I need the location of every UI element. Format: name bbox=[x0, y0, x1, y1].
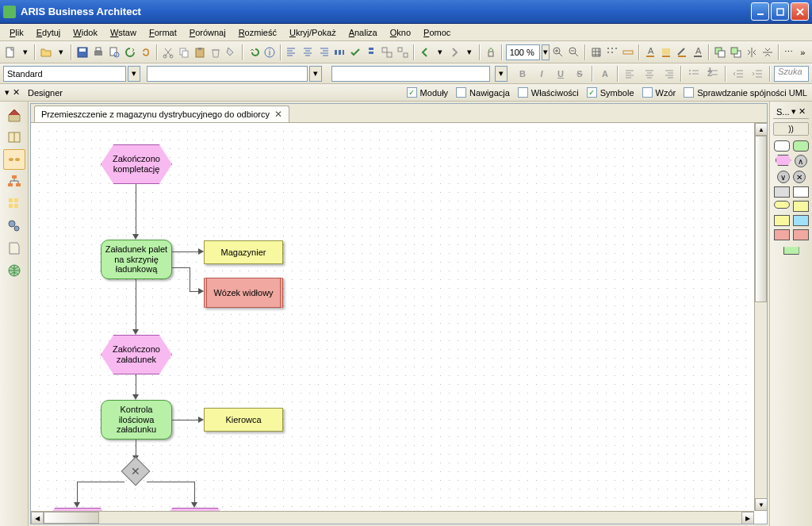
forward-icon[interactable] bbox=[447, 44, 462, 61]
panel-collapse-button[interactable]: )) bbox=[773, 122, 809, 136]
expand-icon[interactable]: » bbox=[797, 44, 809, 61]
flip-h-icon[interactable] bbox=[745, 44, 759, 61]
tree-tool-icon[interactable] bbox=[3, 171, 25, 192]
modules-checkbox[interactable]: ✓Moduły bbox=[407, 87, 448, 98]
font-button[interactable]: A bbox=[596, 65, 614, 83]
refresh-icon[interactable] bbox=[123, 44, 137, 61]
navigation-checkbox[interactable]: Nawigacja bbox=[456, 87, 510, 98]
link-icon[interactable] bbox=[139, 44, 153, 61]
palette-rect-red2[interactable] bbox=[793, 229, 809, 240]
indent-icon[interactable] bbox=[749, 65, 766, 83]
style-combo[interactable]: Standard bbox=[3, 66, 126, 82]
zoom-out-icon[interactable] bbox=[567, 44, 581, 61]
cut-icon[interactable] bbox=[161, 44, 175, 61]
uml-checkbox[interactable]: Sprawdzanie spójności UML bbox=[684, 87, 807, 98]
menu-showhide[interactable]: Ukryj/Pokaż bbox=[283, 26, 343, 39]
group-icon[interactable] bbox=[380, 44, 394, 61]
menu-file[interactable]: Plik bbox=[3, 26, 30, 39]
home-icon[interactable] bbox=[484, 44, 498, 61]
new-icon[interactable] bbox=[3, 44, 17, 61]
menu-insert[interactable]: Wstaw bbox=[104, 26, 143, 39]
font-name-combo[interactable] bbox=[147, 66, 308, 82]
copy-icon[interactable] bbox=[177, 44, 191, 61]
event-shape[interactable]: Zakończono kompletację bbox=[101, 144, 172, 184]
viewbar-dropdown-icon[interactable]: ▾ bbox=[5, 87, 10, 98]
line-color-icon[interactable] bbox=[675, 44, 689, 61]
palette-rect-red[interactable] bbox=[774, 229, 790, 240]
palette-rect-yellow2[interactable] bbox=[774, 215, 790, 226]
properties-checkbox[interactable]: Właściwości bbox=[518, 87, 579, 98]
org-tool-icon[interactable] bbox=[3, 149, 25, 170]
palette-gateway-or[interactable]: ∨ bbox=[777, 171, 790, 183]
align-right-icon[interactable] bbox=[316, 44, 331, 61]
palette-trapezoid-green[interactable] bbox=[783, 244, 799, 255]
search-input[interactable]: Szuka bbox=[774, 66, 809, 82]
panel-close-icon[interactable]: ✕ bbox=[799, 106, 806, 117]
back-dropdown[interactable]: ▾ bbox=[434, 44, 446, 61]
ungroup-icon[interactable] bbox=[396, 44, 410, 61]
resource-shape[interactable]: Wózek widłowy bbox=[204, 278, 283, 308]
matrix-tool-icon[interactable] bbox=[3, 194, 25, 214]
zoom-dropdown[interactable]: ▾ bbox=[542, 44, 550, 60]
format-painter-icon[interactable] bbox=[224, 44, 239, 61]
palette-gateway-xor[interactable]: ✕ bbox=[793, 171, 806, 183]
maximize-button[interactable] bbox=[771, 2, 789, 21]
menu-edit[interactable]: Edytuj bbox=[30, 26, 67, 39]
menu-analyze[interactable]: Analiza bbox=[343, 26, 384, 39]
snap-icon[interactable] bbox=[605, 44, 619, 61]
italic-button[interactable]: I bbox=[533, 65, 550, 83]
highlight-icon[interactable]: A bbox=[691, 44, 705, 61]
grid-icon[interactable] bbox=[589, 44, 603, 61]
symbols-checkbox[interactable]: ✓Symbole bbox=[587, 87, 634, 98]
globe-tool-icon[interactable] bbox=[3, 260, 25, 281]
gears-tool-icon[interactable] bbox=[3, 216, 25, 236]
menu-window[interactable]: Okno bbox=[384, 26, 417, 39]
viewbar-close-icon[interactable]: ✕ bbox=[13, 87, 20, 98]
align-left-icon[interactable] bbox=[285, 44, 299, 61]
save-icon[interactable] bbox=[75, 44, 90, 61]
fill-color-icon[interactable] bbox=[659, 44, 673, 61]
align-center-icon[interactable] bbox=[301, 44, 315, 61]
send-back-icon[interactable] bbox=[729, 44, 743, 61]
role-shape[interactable]: Magazynier bbox=[204, 240, 283, 264]
menu-view[interactable]: Widok bbox=[67, 26, 104, 39]
open-dropdown-icon[interactable]: ▾ bbox=[55, 44, 67, 61]
align-left-text-icon[interactable] bbox=[622, 65, 639, 83]
font-size-arrow[interactable]: ▾ bbox=[495, 66, 508, 82]
paste-icon[interactable] bbox=[193, 44, 207, 61]
vertical-scrollbar[interactable]: ▲ ▼ bbox=[754, 123, 767, 511]
document-tab[interactable]: Przemieszczenie z magazynu dystrybucyjne… bbox=[34, 106, 289, 122]
tab-close-icon[interactable]: ✕ bbox=[274, 109, 282, 120]
distribute-v-icon[interactable] bbox=[364, 44, 378, 61]
bullets-icon[interactable] bbox=[685, 65, 703, 83]
palette-roundrect-green[interactable] bbox=[793, 140, 809, 152]
open-icon[interactable] bbox=[39, 44, 53, 61]
bring-front-icon[interactable] bbox=[713, 44, 727, 61]
strike-button[interactable]: S bbox=[571, 65, 588, 83]
palette-roundrect-white[interactable] bbox=[774, 140, 790, 152]
align-center-text-icon[interactable] bbox=[641, 65, 658, 83]
print-preview-icon[interactable] bbox=[107, 44, 121, 61]
text-color-icon[interactable]: A bbox=[643, 44, 657, 61]
undo-icon[interactable] bbox=[247, 44, 261, 61]
function-shape[interactable]: Załadunek palet na skrzynię ładunkową bbox=[101, 240, 172, 279]
check-icon[interactable] bbox=[348, 44, 362, 61]
palette-rect-yellow[interactable] bbox=[793, 201, 809, 212]
underline-button[interactable]: U bbox=[552, 65, 569, 83]
back-icon[interactable] bbox=[418, 44, 432, 61]
close-button[interactable] bbox=[791, 2, 809, 21]
new-dropdown-icon[interactable]: ▾ bbox=[19, 44, 31, 61]
palette-ellipse-yellow[interactable] bbox=[774, 201, 790, 209]
palette-rect-grey[interactable] bbox=[774, 186, 790, 198]
align-right-text-icon[interactable] bbox=[660, 65, 677, 83]
font-name-arrow[interactable]: ▾ bbox=[309, 66, 322, 82]
delete-icon[interactable] bbox=[209, 44, 223, 61]
bold-button[interactable]: B bbox=[514, 65, 531, 83]
distribute-h-icon[interactable] bbox=[332, 44, 347, 61]
menu-help[interactable]: Pomoc bbox=[417, 26, 457, 39]
zoom-in-icon[interactable] bbox=[551, 44, 565, 61]
palette-rect-white[interactable] bbox=[793, 186, 809, 198]
font-size-combo[interactable] bbox=[331, 66, 490, 82]
event-shape[interactable]: Zakończono załadunek bbox=[101, 335, 172, 374]
outdent-icon[interactable] bbox=[730, 65, 747, 83]
